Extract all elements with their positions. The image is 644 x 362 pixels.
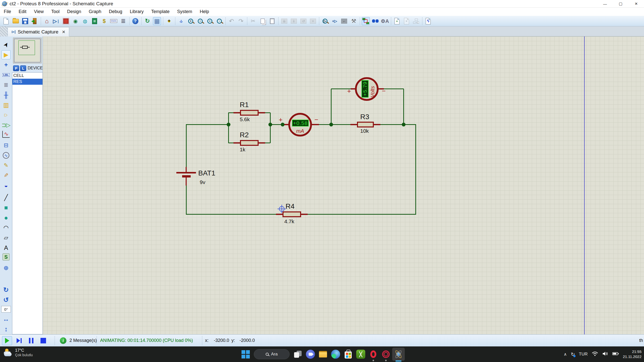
undo-icon[interactable]: ↶	[227, 17, 235, 25]
buses-mode-icon[interactable]: ╫	[2, 90, 11, 100]
text-script-mode-icon[interactable]: ≣	[2, 80, 11, 89]
device-list[interactable]: CELL RES	[12, 72, 43, 334]
r1-ref-label[interactable]: R1	[240, 101, 249, 109]
new-sheet-icon[interactable]: +	[393, 17, 401, 25]
2d-text-icon[interactable]: A	[2, 243, 11, 252]
simulation-pause-button[interactable]	[26, 336, 36, 345]
menu-help[interactable]: Help	[196, 8, 213, 16]
zoom-in-icon[interactable]: +	[187, 17, 195, 25]
2d-line-icon[interactable]: ╱	[2, 193, 11, 202]
sync-tray-icon[interactable]: ↻	[571, 351, 575, 357]
menu-system[interactable]: System	[173, 8, 196, 16]
help-icon[interactable]: ?	[131, 17, 139, 25]
opera-gx-button[interactable]	[380, 347, 392, 361]
simulation-step-button[interactable]	[14, 336, 24, 345]
r1-value-label[interactable]: 5.6k	[240, 116, 250, 122]
wire-autorouter-icon[interactable]	[362, 17, 370, 25]
rotation-angle-field[interactable]: 0°	[1, 306, 11, 312]
pan-icon[interactable]: ↔↕	[177, 17, 185, 25]
flip-vertical-icon[interactable]: ↕	[2, 325, 11, 334]
home-page-icon[interactable]: ⌂	[43, 17, 51, 25]
toggle-grid-icon[interactable]: ▦	[153, 17, 161, 25]
origin-icon[interactable]: +	[165, 17, 173, 25]
wire-segment[interactable]	[331, 89, 332, 125]
gerber-viewer-icon[interactable]: ◍	[81, 17, 89, 25]
redraw-display-icon[interactable]: ↻	[143, 17, 151, 25]
battery-icon[interactable]	[612, 352, 619, 357]
2d-arc-icon[interactable]: ◠	[2, 223, 11, 232]
pick-parts-icon[interactable]: ▷	[321, 17, 329, 25]
menu-edit[interactable]: Edit	[15, 8, 30, 16]
schematic-capture-icon[interactable]: ▷❘	[52, 17, 60, 25]
bill-of-materials-icon[interactable]: $	[100, 17, 108, 25]
cut-icon[interactable]: ✂	[249, 17, 257, 25]
block-copy-icon[interactable]: ⇊	[280, 17, 288, 25]
wire-segment[interactable]	[403, 89, 404, 125]
maximize-button[interactable]: ▢	[613, 0, 628, 8]
visual-designer-icon[interactable]: ◉	[71, 17, 79, 25]
decompose-icon[interactable]: ⚒	[350, 17, 358, 25]
2d-box-icon[interactable]: ■	[2, 203, 11, 212]
search-and-tag-icon[interactable]	[371, 17, 379, 25]
weather-widget[interactable]: 17°C Çok bulutlu	[4, 348, 33, 357]
device-list-item-cell[interactable]: CELL	[12, 73, 43, 79]
tape-recorder-mode-icon[interactable]: ⊟	[2, 141, 11, 150]
menu-design[interactable]: Design	[63, 8, 85, 16]
opera-button[interactable]	[367, 347, 380, 361]
r4-value-label[interactable]: 4.7k	[284, 218, 294, 224]
resistor-r4-body[interactable]	[283, 211, 301, 217]
make-device-icon[interactable]: +▷	[331, 17, 339, 25]
close-project-icon[interactable]: ◀	[31, 17, 39, 25]
simulation-binary-icon[interactable]: 0101	[110, 17, 118, 25]
edge-button[interactable]	[329, 347, 342, 361]
battery-ref-label[interactable]: BAT1	[198, 169, 215, 177]
tab-schematic-capture[interactable]: ⊳ Schematic Capture ✕	[8, 27, 69, 36]
zoom-area-icon[interactable]: ▫	[215, 17, 223, 25]
task-view-button[interactable]	[292, 347, 304, 361]
goto-sheet-icon[interactable]	[412, 17, 420, 25]
pick-devices-button[interactable]: P	[13, 65, 19, 71]
wire-segment[interactable]	[186, 124, 187, 167]
menu-library[interactable]: Library	[126, 8, 147, 16]
rotate-clockwise-icon[interactable]: ↻	[2, 285, 11, 294]
generator-mode-icon[interactable]: ∿	[2, 151, 11, 160]
menu-file[interactable]: File	[0, 8, 15, 16]
r2-value-label[interactable]: 1k	[240, 147, 245, 153]
minimize-button[interactable]: —	[597, 0, 613, 8]
block-rotate-icon[interactable]: ↺	[299, 17, 307, 25]
2d-marker-icon[interactable]: ⊕	[2, 263, 11, 273]
wire-segment[interactable]	[415, 124, 416, 215]
resistor-r3-body[interactable]	[357, 122, 374, 127]
language-indicator[interactable]: TUR	[579, 352, 588, 357]
device-pins-mode-icon[interactable]: ⊐▷	[2, 121, 11, 130]
wire-label-mode-icon[interactable]: LBL	[2, 70, 11, 79]
copy-icon[interactable]	[259, 17, 267, 25]
wire-segment[interactable]	[270, 113, 271, 143]
battery-plate-positive[interactable]	[176, 172, 196, 173]
r4-ref-label[interactable]: R4	[286, 202, 295, 210]
resistor-r1-body[interactable]	[240, 110, 259, 116]
menu-template[interactable]: Template	[147, 8, 173, 16]
block-delete-icon[interactable]: ×	[309, 17, 317, 25]
2d-circle-icon[interactable]: ●	[2, 213, 11, 222]
wire-segment[interactable]	[228, 113, 229, 143]
search-box[interactable]: Ara	[254, 349, 290, 359]
device-list-item-res[interactable]: RES	[12, 79, 43, 85]
junction-dot-mode-icon[interactable]: +	[2, 60, 11, 69]
graph-mode-icon[interactable]: ∿	[2, 131, 10, 138]
message-count[interactable]: 2 Message(s)	[69, 338, 97, 343]
file-explorer-button[interactable]	[317, 347, 329, 361]
subcircuit-mode-icon[interactable]: ▥	[2, 101, 11, 110]
project-notes-icon[interactable]: ≣	[119, 17, 127, 25]
menu-view[interactable]: View	[30, 8, 48, 16]
start-button[interactable]	[239, 347, 252, 361]
resistor-r2-body[interactable]	[240, 140, 259, 146]
battery-value-label[interactable]: 9v	[200, 179, 205, 185]
selection-mode-icon[interactable]: ➤	[0, 38, 12, 51]
save-project-icon[interactable]	[21, 17, 29, 25]
volume-icon[interactable]	[602, 351, 608, 357]
current-probe-mode-icon[interactable]: ✎	[2, 171, 11, 180]
wifi-icon[interactable]	[592, 351, 598, 357]
zoom-out-icon[interactable]: −	[196, 17, 204, 25]
menu-tool[interactable]: Tool	[48, 8, 63, 16]
